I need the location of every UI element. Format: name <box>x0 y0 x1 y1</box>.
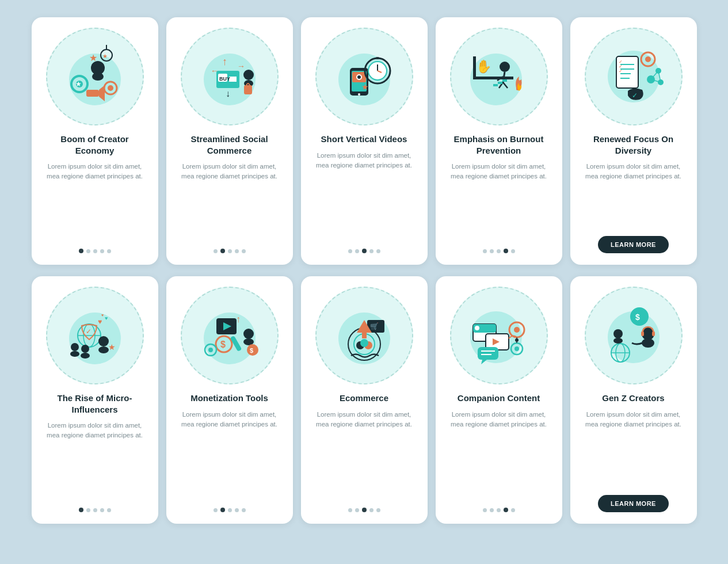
dot[interactable] <box>228 508 232 512</box>
svg-text:★: ★ <box>75 80 82 88</box>
card-micro-influencers: ✓ ♥ ♥ ♥ ★ The Rise of Micro-Influencers … <box>32 276 158 524</box>
card-text-ecommerce: Lorem ipsum dolor sit dim amet, mea regi… <box>311 410 417 500</box>
dot[interactable] <box>497 249 501 253</box>
dot[interactable] <box>228 249 232 253</box>
icon-area-micro: ✓ ♥ ♥ ♥ ★ <box>46 287 144 384</box>
dot[interactable] <box>100 249 104 253</box>
svg-point-135 <box>613 338 623 344</box>
card-dots-social-commerce <box>214 249 246 253</box>
svg-text:↑: ↑ <box>236 314 241 324</box>
dot[interactable] <box>214 249 218 253</box>
svg-point-83 <box>98 346 109 353</box>
dot[interactable] <box>348 508 352 512</box>
short-videos-icon: ★ <box>327 39 402 114</box>
ecommerce-icon: 🛒 <box>327 298 402 373</box>
creator-icon: ★ ★ ★ <box>58 39 132 114</box>
dot[interactable] <box>376 249 380 253</box>
dot[interactable] <box>497 508 501 512</box>
svg-rect-50 <box>498 82 502 84</box>
dot[interactable] <box>107 249 111 253</box>
card-title-burnout: Emphasis on Burnout Prevention <box>446 134 552 156</box>
dot[interactable] <box>490 508 494 512</box>
dot[interactable] <box>355 508 359 512</box>
dot[interactable] <box>369 508 373 512</box>
dot[interactable] <box>369 249 373 253</box>
dot[interactable] <box>93 508 97 512</box>
svg-point-119 <box>514 327 520 333</box>
dot[interactable] <box>220 508 225 512</box>
micro-icon: ✓ ♥ ♥ ♥ ★ <box>58 298 132 373</box>
svg-point-79 <box>70 351 79 357</box>
monetization-icon: ↑ $ $ <box>192 298 267 373</box>
card-monetization: ↑ $ $ Monetization Tools Lorem ipsum dol… <box>166 276 293 524</box>
svg-point-62 <box>645 56 651 62</box>
svg-point-111 <box>475 326 479 330</box>
svg-text:★: ★ <box>108 342 116 352</box>
icon-area-ecommerce: 🛒 <box>315 287 413 384</box>
svg-point-9 <box>92 73 104 81</box>
dot[interactable] <box>79 249 83 253</box>
dot[interactable] <box>362 249 367 253</box>
dot[interactable] <box>376 508 380 512</box>
svg-point-82 <box>98 336 109 346</box>
svg-rect-129 <box>641 331 644 336</box>
card-title-companion: Companion Content <box>458 392 540 404</box>
svg-point-97 <box>208 348 213 352</box>
dot[interactable] <box>355 249 359 253</box>
svg-rect-107 <box>362 331 367 338</box>
dot[interactable] <box>235 249 239 253</box>
svg-text:★: ★ <box>102 53 108 59</box>
svg-point-81 <box>81 353 90 359</box>
burnout-icon: ✋ <box>462 39 536 114</box>
dot[interactable] <box>93 249 97 253</box>
companion-icon <box>462 298 536 373</box>
card-text-genz: Lorem ipsum dolor sit dim amet, mea regi… <box>581 410 687 487</box>
dot[interactable] <box>504 508 508 512</box>
dot[interactable] <box>490 249 494 253</box>
dot[interactable] <box>86 249 90 253</box>
card-dots-short-videos <box>348 249 380 253</box>
dot[interactable] <box>362 508 367 512</box>
dot[interactable] <box>86 508 90 512</box>
dot[interactable] <box>504 249 508 253</box>
svg-text:BUY: BUY <box>219 76 230 82</box>
svg-text:♥: ♥ <box>98 318 102 326</box>
dot[interactable] <box>79 508 83 512</box>
svg-point-29 <box>358 93 360 96</box>
icon-area-diversity: ✓ ✓ ✓ ✓ <box>585 28 683 125</box>
card-title-social-commerce: Streamlined Social Commerce <box>177 134 283 156</box>
card-text-companion: Lorem ipsum dolor sit dim amet, mea regi… <box>446 410 552 500</box>
svg-point-92 <box>243 329 254 339</box>
icon-area-companion <box>450 287 548 384</box>
icon-area-monetization: ↑ $ $ <box>181 287 279 384</box>
learn-more-button-diversity[interactable]: LEARN MORE <box>598 236 669 253</box>
svg-rect-6 <box>86 90 99 97</box>
dot[interactable] <box>220 249 225 253</box>
svg-rect-51 <box>502 79 507 82</box>
svg-point-128 <box>642 338 654 348</box>
dot[interactable] <box>511 508 515 512</box>
dot[interactable] <box>483 508 487 512</box>
card-title-monetization: Monetization Tools <box>190 392 268 404</box>
card-diversity: ✓ ✓ ✓ ✓ Renewed Focus On Diversity Lorem… <box>570 17 697 265</box>
learn-more-button-genz[interactable]: LEARN MORE <box>598 495 669 512</box>
card-text-monetization: Lorem ipsum dolor sit dim amet, mea regi… <box>177 410 283 500</box>
card-dots-micro <box>79 508 111 512</box>
dot[interactable] <box>235 508 239 512</box>
bottom-row: ✓ ♥ ♥ ♥ ★ The Rise of Micro-Influencers … <box>12 276 716 524</box>
svg-point-38 <box>376 57 379 59</box>
card-burnout: ✋ Emphasis on Burnout Prevention Lorem i… <box>436 17 562 265</box>
dot[interactable] <box>511 249 515 253</box>
dot[interactable] <box>100 508 104 512</box>
genz-icon: $ <box>596 298 671 373</box>
dot[interactable] <box>242 249 246 253</box>
svg-text:$: $ <box>635 313 640 322</box>
dot[interactable] <box>107 508 111 512</box>
card-dots-creator <box>79 249 111 253</box>
svg-rect-114 <box>478 347 498 360</box>
dot[interactable] <box>483 249 487 253</box>
dot[interactable] <box>214 508 218 512</box>
dot[interactable] <box>348 249 352 253</box>
card-ecommerce: 🛒 Ecommerce Lorem ipsum dolor sit dim am… <box>301 276 428 524</box>
dot[interactable] <box>242 508 246 512</box>
